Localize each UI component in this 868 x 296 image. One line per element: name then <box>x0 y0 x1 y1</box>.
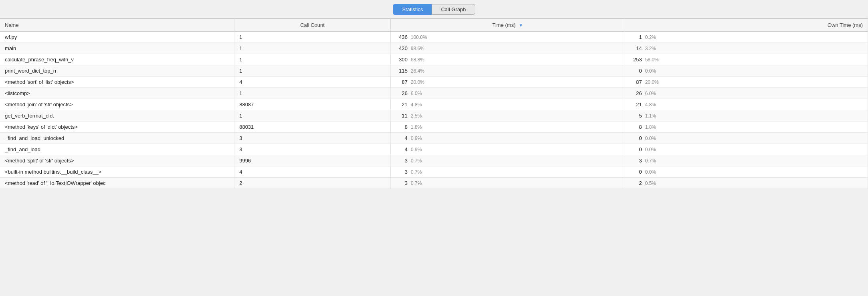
cell-callcount: 1 <box>234 54 391 65</box>
cell-callcount: 88087 <box>234 99 391 110</box>
time-pct: 68.8% <box>411 57 424 63</box>
table-row: <listcomp>1266.0%266.0% <box>0 88 868 99</box>
own-pct: 20.0% <box>645 79 659 85</box>
own-value: 253 <box>630 57 642 63</box>
time-value: 21 <box>396 101 408 107</box>
time-pct: 0.9% <box>411 147 422 152</box>
own-value: 21 <box>630 101 642 107</box>
table-row: _find_and_load340.9%00.0% <box>0 144 868 155</box>
time-pct: 0.7% <box>411 180 422 186</box>
own-pct: 0.0% <box>645 136 656 141</box>
time-value: 87 <box>396 79 408 85</box>
col-header-owntime[interactable]: Own Time (ms) <box>625 19 868 32</box>
table-row: calculate_phrase_freq_with_v130068.8%253… <box>0 54 868 65</box>
table-row: <method 'join' of 'str' objects>88087214… <box>0 99 868 110</box>
own-value: 0 <box>630 146 642 152</box>
tab-statistics[interactable]: Statistics <box>393 4 432 15</box>
own-pct: 0.0% <box>645 68 656 74</box>
own-pct: 1.8% <box>645 124 656 130</box>
own-value: 3 <box>630 158 642 164</box>
table-row: wf.py1436100.0%10.2% <box>0 32 868 43</box>
cell-time: 112.5% <box>390 110 625 122</box>
own-value: 2 <box>630 180 642 186</box>
table-row: <built-in method builtins.__build_class_… <box>0 166 868 178</box>
statistics-table: Name Call Count Time (ms) ▼ Own Time (ms… <box>0 18 868 189</box>
cell-time: 436100.0% <box>390 32 625 43</box>
cell-name: print_word_dict_top_n <box>0 65 234 77</box>
cell-callcount: 1 <box>234 32 391 43</box>
cell-time: 8720.0% <box>390 77 625 88</box>
cell-name: <listcomp> <box>0 88 234 99</box>
time-pct: 0.7% <box>411 169 422 175</box>
cell-name: <method 'sort' of 'list' objects> <box>0 77 234 88</box>
cell-callcount: 4 <box>234 77 391 88</box>
tab-callgraph[interactable]: Call Graph <box>432 4 475 15</box>
cell-time: 40.9% <box>390 144 625 155</box>
time-value: 3 <box>396 180 408 186</box>
col-header-time[interactable]: Time (ms) ▼ <box>390 19 625 32</box>
cell-time: 30.7% <box>390 166 625 178</box>
time-value: 430 <box>396 45 408 51</box>
table-row: get_verb_format_dict1112.5%51.1% <box>0 110 868 122</box>
time-value: 11 <box>396 113 408 119</box>
cell-callcount: 2 <box>234 178 391 189</box>
own-value: 8 <box>630 124 642 130</box>
cell-name: main <box>0 43 234 54</box>
table-body: wf.py1436100.0%10.2%main143098.6%143.2%c… <box>0 32 868 189</box>
cell-time: 11526.4% <box>390 65 625 77</box>
own-pct: 4.8% <box>645 102 656 107</box>
cell-owntime: 25358.0% <box>625 54 868 65</box>
cell-callcount: 1 <box>234 65 391 77</box>
cell-time: 81.8% <box>390 122 625 133</box>
cell-name: wf.py <box>0 32 234 43</box>
time-value: 3 <box>396 169 408 175</box>
time-pct: 6.0% <box>411 91 422 96</box>
cell-owntime: 10.2% <box>625 32 868 43</box>
own-pct: 0.7% <box>645 158 656 164</box>
cell-name: _find_and_load_unlocked <box>0 133 234 144</box>
cell-time: 214.8% <box>390 99 625 110</box>
time-pct: 98.6% <box>411 46 424 51</box>
cell-callcount: 88031 <box>234 122 391 133</box>
time-pct: 0.9% <box>411 136 422 141</box>
own-pct: 0.0% <box>645 147 656 152</box>
cell-time: 40.9% <box>390 133 625 144</box>
cell-owntime: 81.8% <box>625 122 868 133</box>
own-pct: 6.0% <box>645 91 656 96</box>
cell-callcount: 3 <box>234 144 391 155</box>
time-pct: 4.8% <box>411 102 422 107</box>
cell-callcount: 4 <box>234 166 391 178</box>
cell-time: 30068.8% <box>390 54 625 65</box>
own-value: 26 <box>630 90 642 96</box>
time-value: 3 <box>396 158 408 164</box>
cell-callcount: 1 <box>234 88 391 99</box>
own-pct: 0.0% <box>645 169 656 175</box>
cell-owntime: 00.0% <box>625 144 868 155</box>
cell-name: <built-in method builtins.__build_class_… <box>0 166 234 178</box>
cell-owntime: 214.8% <box>625 99 868 110</box>
cell-callcount: 9996 <box>234 155 391 166</box>
time-value: 300 <box>396 57 408 63</box>
cell-name: get_verb_format_dict <box>0 110 234 122</box>
own-value: 0 <box>630 68 642 74</box>
own-value: 87 <box>630 79 642 85</box>
table-wrapper: Name Call Count Time (ms) ▼ Own Time (ms… <box>0 18 868 189</box>
cell-time: 266.0% <box>390 88 625 99</box>
cell-owntime: 143.2% <box>625 43 868 54</box>
time-value: 8 <box>396 124 408 130</box>
time-value: 115 <box>396 68 408 74</box>
time-value: 436 <box>396 34 408 40</box>
table-row: <method 'split' of 'str' objects>999630.… <box>0 155 868 166</box>
time-pct: 26.4% <box>411 68 424 74</box>
cell-name: <method 'split' of 'str' objects> <box>0 155 234 166</box>
own-value: 14 <box>630 45 642 51</box>
col-header-callcount[interactable]: Call Count <box>234 19 391 32</box>
cell-name: calculate_phrase_freq_with_v <box>0 54 234 65</box>
cell-owntime: 266.0% <box>625 88 868 99</box>
time-value: 4 <box>396 146 408 152</box>
cell-owntime: 20.5% <box>625 178 868 189</box>
cell-name: _find_and_load <box>0 144 234 155</box>
time-value: 4 <box>396 135 408 141</box>
table-row: main143098.6%143.2% <box>0 43 868 54</box>
col-header-name[interactable]: Name <box>0 19 234 32</box>
